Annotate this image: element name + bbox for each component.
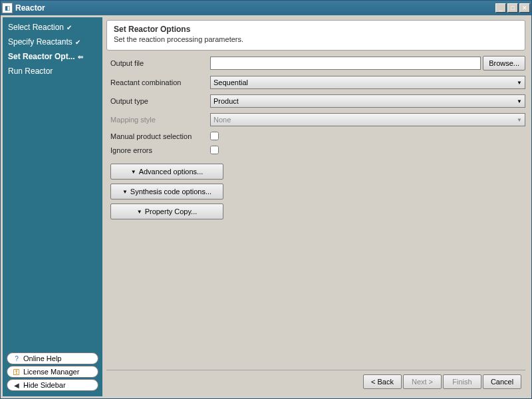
- sidebar-item-select-reaction[interactable]: Select Reaction ✔: [3, 20, 102, 35]
- close-button[interactable]: ✕: [519, 3, 530, 13]
- select-value: None: [213, 116, 517, 124]
- check-icon: ✔: [66, 24, 72, 31]
- body: Select Reaction ✔ Specify Reactants ✔ Se…: [1, 15, 531, 398]
- row-output-file: Output file Browse...: [110, 56, 525, 70]
- sidebar-item-specify-reactants[interactable]: Specify Reactants ✔: [3, 35, 102, 49]
- sidebar-item-label: Select Reaction: [8, 23, 64, 32]
- cancel-button[interactable]: Cancel: [483, 374, 521, 389]
- titlebar: ◧ Reactor _ □ ✕: [1, 1, 531, 15]
- row-manual-selection: Manual product selection: [110, 132, 525, 140]
- row-mapping-style: Mapping style None ▼: [110, 113, 525, 126]
- row-output-type: Output type Product ▼: [110, 94, 525, 108]
- sidebar-item-label: Run Reactor: [8, 66, 53, 76]
- maximize-button[interactable]: □: [507, 3, 518, 13]
- hide-sidebar-button[interactable]: ◀ Hide Sidebar: [7, 379, 98, 391]
- mapping-style-select: None ▼: [210, 113, 525, 126]
- output-file-input[interactable]: [210, 57, 481, 70]
- chevron-down-icon: ▼: [517, 80, 522, 86]
- finish-button: Finish: [443, 374, 481, 389]
- help-icon: ?: [13, 354, 21, 362]
- label-manual-selection: Manual product selection: [110, 132, 210, 140]
- sidebar-item-label: Specify Reactants: [8, 37, 72, 47]
- main-panel: Set Reactor Options Set the reaction pro…: [102, 17, 529, 396]
- reactant-combination-select[interactable]: Sequential ▼: [210, 76, 525, 89]
- label-ignore-errors: Ignore errors: [110, 146, 210, 154]
- label-reactant-combination: Reactant combination: [110, 78, 210, 86]
- chevron-down-icon: ▼: [517, 98, 522, 104]
- key-icon: ⚿: [13, 368, 21, 376]
- button-label: Hide Sidebar: [23, 381, 66, 389]
- window-title: Reactor: [15, 3, 494, 13]
- next-button: Next >: [403, 374, 442, 389]
- options-form: Output file Browse... Reactant combinati…: [106, 56, 525, 219]
- label-mapping-style: Mapping style: [110, 116, 210, 124]
- back-button[interactable]: < Back: [363, 374, 402, 389]
- step-header: Set Reactor Options Set the reaction pro…: [106, 20, 525, 51]
- browse-button[interactable]: Browse...: [483, 56, 525, 70]
- expander-label: Property Copy...: [145, 207, 198, 215]
- minimize-button[interactable]: _: [495, 3, 506, 13]
- triangle-down-icon: ▼: [137, 209, 142, 215]
- sidebar-item-set-reactor-options[interactable]: Set Reactor Opt... ⇐: [3, 49, 102, 64]
- advanced-options-expander[interactable]: ▼ Advanced options...: [110, 164, 223, 180]
- sidebar-item-label: Set Reactor Opt...: [8, 52, 75, 61]
- label-output-type: Output type: [110, 97, 210, 105]
- triangle-down-icon: ▼: [122, 189, 128, 195]
- wizard-footer: < Back Next > Finish Cancel: [106, 370, 525, 392]
- check-icon: ✔: [75, 39, 80, 46]
- output-type-select[interactable]: Product ▼: [210, 94, 525, 108]
- row-ignore-errors: Ignore errors: [110, 146, 525, 154]
- expander-label: Synthesis code options...: [130, 188, 211, 196]
- ignore-errors-checkbox[interactable]: [210, 146, 219, 154]
- select-value: Sequential: [213, 78, 517, 86]
- app-icon: ◧: [2, 3, 13, 13]
- select-value: Product: [213, 97, 517, 105]
- sidebar-spacer: [3, 78, 102, 351]
- sidebar: Select Reaction ✔ Specify Reactants ✔ Se…: [3, 17, 102, 396]
- step-title: Set Reactor Options: [114, 25, 518, 34]
- sidebar-bottom: ? Online Help ⚿ License Manager ◀ Hide S…: [3, 351, 102, 396]
- manual-selection-checkbox[interactable]: [210, 132, 219, 140]
- license-manager-button[interactable]: ⚿ License Manager: [7, 366, 98, 378]
- collapse-icon: ◀: [13, 381, 21, 389]
- pointer-icon: ⇐: [78, 53, 83, 61]
- chevron-down-icon: ▼: [517, 117, 522, 123]
- app-window: ◧ Reactor _ □ ✕ Select Reaction ✔ Specif…: [0, 0, 532, 399]
- expander-label: Advanced options...: [139, 168, 203, 176]
- button-label: License Manager: [23, 368, 79, 376]
- triangle-down-icon: ▼: [131, 169, 136, 175]
- synthesis-code-options-expander[interactable]: ▼ Synthesis code options...: [110, 184, 223, 200]
- row-reactant-combination: Reactant combination Sequential ▼: [110, 76, 525, 89]
- button-label: Online Help: [23, 354, 61, 362]
- label-output-file: Output file: [110, 59, 210, 67]
- online-help-button[interactable]: ? Online Help: [7, 352, 98, 364]
- step-subtitle: Set the reaction processing parameters.: [114, 35, 518, 43]
- property-copy-expander[interactable]: ▼ Property Copy...: [110, 203, 223, 219]
- sidebar-item-run-reactor[interactable]: Run Reactor: [3, 64, 102, 78]
- expander-group: ▼ Advanced options... ▼ Synthesis code o…: [110, 164, 525, 219]
